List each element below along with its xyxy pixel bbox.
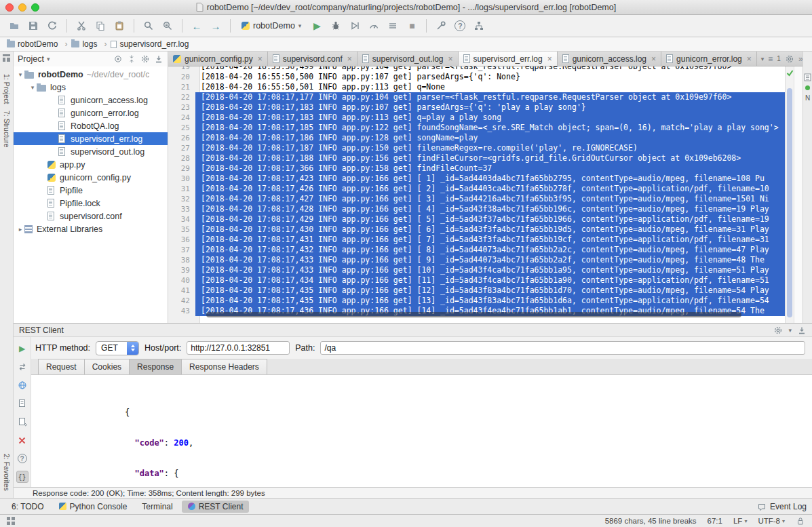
reformat-response-icon[interactable]: {} — [16, 471, 28, 483]
rest-client-tab[interactable]: Request — [38, 359, 85, 374]
minimize-window-button[interactable] — [18, 3, 26, 12]
response-body[interactable]: { "code": 200, "data": { "answer": "Now … — [31, 375, 812, 487]
breadcrumb-item[interactable]: robotDemo — [7, 39, 71, 49]
stop-button[interactable]: ■ — [403, 18, 421, 34]
project-panel-title[interactable]: Project — [18, 54, 44, 64]
hide-panel-icon[interactable] — [797, 326, 807, 335]
editor-line[interactable]: 21 [2018-04-20 16:55:50,501 INFO app.py:… — [168, 82, 785, 92]
editor-tab[interactable]: supervisord_out.log × — [357, 52, 459, 66]
profiler-button[interactable] — [365, 18, 383, 34]
tree-item[interactable]: Pipfile.lock — [14, 197, 168, 210]
encoding-selector[interactable]: UTF-8▾ — [758, 517, 785, 525]
breadcrumb-item[interactable]: supervisord_err.log — [111, 39, 189, 49]
export-request-icon[interactable] — [16, 397, 28, 410]
editor-tab[interactable]: gunicorn_error.log × — [661, 52, 757, 66]
editor-line[interactable]: 25 [2018-04-20 17:08:17,185 INFO app.py:… — [168, 123, 785, 133]
host-port-input[interactable] — [187, 341, 290, 355]
collapse-all-icon[interactable] — [127, 54, 136, 64]
editor-line[interactable]: 38 [2018-04-20 17:08:17,433 INFO app.py:… — [168, 255, 785, 265]
editor-line[interactable]: 37 [2018-04-20 17:08:17,432 INFO app.py:… — [168, 245, 785, 255]
run-configuration-selector[interactable]: robotDemo ▾ — [236, 20, 307, 32]
editor-tab[interactable]: gunicorn_config.py × — [168, 52, 268, 66]
close-tab-icon[interactable]: × — [347, 54, 352, 64]
breadcrumb-item[interactable]: logs — [71, 39, 111, 49]
editor-line[interactable]: 31 [2018-04-20 17:08:17,426 INFO app.py:… — [168, 184, 785, 194]
editor-line[interactable]: 30 [2018-04-20 17:08:17,423 INFO app.py:… — [168, 174, 785, 184]
editor-line[interactable]: 24 [2018-04-20 17:08:17,183 INFO app.py:… — [168, 113, 785, 123]
tree-item[interactable]: gunicorn_error.log — [14, 106, 168, 119]
close-window-button[interactable] — [5, 3, 14, 12]
horizontal-scrollbar[interactable] — [206, 312, 741, 317]
editor-line[interactable]: 33 [2018-04-20 17:08:17,428 INFO app.py:… — [168, 204, 785, 214]
save-all-button[interactable] — [24, 18, 42, 34]
clear-all-icon[interactable] — [16, 434, 28, 446]
find-button[interactable] — [140, 18, 157, 34]
project-structure-button[interactable] — [470, 18, 488, 34]
lock-icon[interactable] — [796, 516, 805, 526]
chevron-down-icon[interactable]: ▾ — [788, 327, 792, 334]
inspections-ok-icon[interactable] — [786, 69, 794, 77]
path-input[interactable] — [320, 341, 805, 355]
tree-arrow-icon[interactable] — [28, 84, 37, 91]
traffic-lights[interactable] — [5, 3, 39, 12]
tree-item[interactable]: gunicorn_config.py — [14, 171, 168, 184]
tool-button-structure[interactable]: 7: Structure — [3, 111, 11, 147]
tree-item[interactable]: RobotQA.log — [14, 119, 168, 132]
tool-button-project[interactable]: 1: Project — [3, 74, 11, 104]
tree-item[interactable]: app.py — [14, 158, 168, 171]
tool-window-switcher-icon[interactable] — [7, 517, 15, 525]
tree-item[interactable]: External Libraries — [14, 222, 168, 235]
editor-line[interactable]: 34 [2018-04-20 17:08:17,429 INFO app.py:… — [168, 214, 785, 225]
rest-client-tab[interactable]: Response — [129, 359, 182, 374]
editor-line[interactable]: 36 [2018-04-20 17:08:17,431 INFO app.py:… — [168, 235, 785, 245]
http-method-select[interactable]: GET — [96, 341, 139, 355]
close-tab-icon[interactable]: × — [448, 54, 453, 64]
editor-line[interactable]: 23 [2018-04-20 17:08:17,183 INFO app.py:… — [168, 102, 785, 113]
tree-item[interactable]: supervisord_err.log — [14, 132, 168, 145]
right-stripe-label[interactable]: N — [805, 94, 810, 102]
tree-item[interactable]: logs — [14, 81, 168, 94]
cut-button[interactable] — [73, 18, 90, 34]
tool-window-button[interactable]: Python Console — [53, 501, 134, 513]
editor-line[interactable]: 20 [2018-04-20 16:55:50,500 INFO app.py:… — [168, 72, 785, 82]
editor-tab[interactable]: supervisord_err.log × — [459, 52, 558, 66]
caret-position[interactable]: 67:1 — [708, 517, 722, 525]
replace-button[interactable] — [159, 18, 176, 34]
import-request-icon[interactable] — [16, 416, 28, 428]
rest-client-tab[interactable]: Response Headers — [181, 359, 267, 374]
rest-client-tab[interactable]: Cookies — [84, 359, 130, 374]
zoom-window-button[interactable] — [31, 3, 39, 12]
run-button[interactable]: ▶ — [308, 18, 326, 34]
tree-item[interactable]: robotDemo ~/dev/dev_root/c — [14, 68, 168, 81]
editor-line[interactable]: 42 [2018-04-20 17:08:17,435 INFO app.py:… — [168, 296, 785, 306]
editor-tab[interactable]: gunicorn_access.log × — [558, 52, 661, 66]
close-tab-icon[interactable]: × — [547, 54, 552, 64]
run-with-coverage-button[interactable] — [346, 18, 364, 34]
editor-line[interactable]: 19 [2018-04-20 16:55:50,499 INFO app.py:… — [168, 66, 785, 72]
close-tab-icon[interactable]: × — [747, 54, 752, 64]
editor-line[interactable]: 40 [2018-04-20 17:08:17,434 INFO app.py:… — [168, 275, 785, 286]
editor-line[interactable]: 28 [2018-04-20 17:08:17,188 INFO app.py:… — [168, 153, 785, 163]
panel-settings-gear-icon[interactable] — [773, 326, 783, 335]
forward-button[interactable]: → — [207, 18, 225, 34]
tool-window-button[interactable]: 6: TODO — [5, 501, 50, 513]
close-tab-icon[interactable]: × — [258, 54, 263, 64]
debug-button[interactable] — [327, 18, 345, 34]
open-button[interactable] — [5, 18, 23, 34]
help-button[interactable]: ? — [451, 18, 469, 34]
run-configurations-list-button[interactable] — [384, 18, 402, 34]
editor[interactable]: 19 [2018-04-20 16:55:50,499 INFO app.py:… — [168, 66, 803, 323]
copy-button[interactable] — [92, 18, 109, 34]
tree-item[interactable]: supervisord_out.log — [14, 145, 168, 158]
editor-line[interactable]: 29 [2018-04-20 17:08:17,366 INFO app.py:… — [168, 163, 785, 174]
help-icon[interactable]: ? — [16, 452, 28, 465]
tree-item[interactable]: supervisord.conf — [14, 210, 168, 222]
chevron-down-icon[interactable]: ▾ — [47, 56, 50, 62]
paste-button[interactable] — [111, 18, 128, 34]
synchronize-button[interactable] — [43, 18, 61, 34]
tool-window-button[interactable]: REST Client — [182, 501, 250, 513]
right-stripe-icon[interactable] — [804, 73, 811, 81]
editor-line[interactable]: 35 [2018-04-20 17:08:17,430 INFO app.py:… — [168, 225, 785, 235]
tool-button-favorites[interactable]: 2: Favorites — [3, 454, 11, 491]
editor-line[interactable]: 26 [2018-04-20 17:08:17,186 INFO app.py:… — [168, 133, 785, 143]
